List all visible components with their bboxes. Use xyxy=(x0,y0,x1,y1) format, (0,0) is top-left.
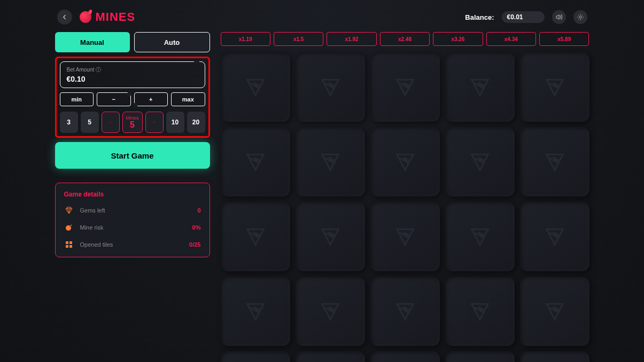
mine-tile[interactable] xyxy=(296,277,365,346)
mine-tile[interactable] xyxy=(445,277,515,346)
svg-point-1 xyxy=(66,225,71,231)
opened-tiles-label: Opened tiles xyxy=(80,241,183,248)
opened-tiles-value: 0/25 xyxy=(189,241,200,248)
bet-amount-input[interactable]: Bet Amount ⓘ €0.10 xyxy=(60,61,205,88)
multiplier-chip-1[interactable]: x1.5 xyxy=(274,32,323,46)
bet-max-button[interactable]: max xyxy=(171,92,205,106)
mines-preset-5[interactable]: 5 xyxy=(81,112,99,133)
mine-tile[interactable] xyxy=(370,127,440,196)
mine-tile[interactable] xyxy=(445,52,515,122)
mine-tile[interactable] xyxy=(221,127,290,196)
speaker-icon xyxy=(555,13,563,21)
mine-tile[interactable] xyxy=(370,277,440,346)
multiplier-chip-0[interactable]: x1.19 xyxy=(221,32,270,46)
svg-rect-3 xyxy=(69,241,72,244)
mine-risk-label: Mine risk xyxy=(80,224,186,231)
mine-tile[interactable] xyxy=(370,52,440,122)
mine-tile[interactable] xyxy=(296,202,365,271)
mine-tile[interactable] xyxy=(296,52,365,122)
gear-icon xyxy=(577,13,584,21)
balance-value[interactable]: €0.01 xyxy=(502,11,545,23)
mine-tile[interactable] xyxy=(370,351,440,362)
multiplier-chip-3[interactable]: x2.48 xyxy=(380,32,430,46)
gems-left-value: 0 xyxy=(197,207,200,214)
mine-tile[interactable] xyxy=(370,202,440,271)
mine-tile[interactable] xyxy=(520,127,589,196)
mines-preset-20[interactable]: 20 xyxy=(187,112,205,133)
chevron-left-icon xyxy=(62,14,67,20)
mine-tile[interactable] xyxy=(520,277,589,346)
mine-tile[interactable] xyxy=(221,202,290,271)
bet-min-button[interactable]: min xyxy=(60,92,94,106)
multiplier-chip-6[interactable]: x5.89 xyxy=(539,32,589,46)
bet-config-highlight: Bet Amount ⓘ €0.10 min − + max 3 5 − Min… xyxy=(55,57,210,138)
sound-button[interactable] xyxy=(552,10,566,24)
mine-tile[interactable] xyxy=(296,351,365,362)
bet-decrease-button[interactable]: − xyxy=(97,92,131,106)
svg-rect-4 xyxy=(66,245,68,248)
mine-tile[interactable] xyxy=(296,127,365,196)
page-title: MINES xyxy=(80,10,136,24)
mine-tile[interactable] xyxy=(221,277,290,346)
tab-manual[interactable]: Manual xyxy=(55,32,130,52)
mine-tile[interactable] xyxy=(445,202,515,271)
start-game-button[interactable]: Start Game xyxy=(55,142,210,169)
mine-tile[interactable] xyxy=(221,351,290,362)
multiplier-chip-5[interactable]: x4.34 xyxy=(486,32,536,46)
mines-value: 5 xyxy=(130,121,135,129)
game-details-card: Game details Gems left 0 Mine risk 0% xyxy=(55,183,210,257)
bomb-small-icon xyxy=(64,223,74,232)
mines-decrease-button[interactable]: − xyxy=(102,112,120,133)
mines-increase-button[interactable]: + xyxy=(145,112,164,133)
bet-amount-label: Bet Amount ⓘ xyxy=(67,66,198,74)
game-details-title: Game details xyxy=(64,191,201,198)
gems-left-label: Gems left xyxy=(80,207,191,214)
tab-auto[interactable]: Auto xyxy=(134,32,210,52)
back-button[interactable] xyxy=(57,10,72,25)
mines-count-display: Mines 5 xyxy=(122,112,143,133)
mine-tile[interactable] xyxy=(221,52,290,122)
multiplier-chip-2[interactable]: x1.92 xyxy=(327,32,376,46)
mines-preset-10[interactable]: 10 xyxy=(166,112,184,133)
mine-tile[interactable] xyxy=(520,202,589,271)
bomb-icon xyxy=(80,11,91,23)
mine-risk-value: 0% xyxy=(192,224,201,231)
mine-tile[interactable] xyxy=(445,351,515,362)
gem-icon xyxy=(64,206,74,215)
title-text: MINES xyxy=(96,10,136,24)
svg-rect-2 xyxy=(66,241,68,244)
mine-tile[interactable] xyxy=(520,52,589,122)
svg-point-0 xyxy=(579,16,581,18)
svg-rect-5 xyxy=(69,245,72,248)
bet-increase-button[interactable]: + xyxy=(134,92,168,106)
grid-icon xyxy=(64,240,74,249)
mine-tile[interactable] xyxy=(445,127,515,196)
settings-button[interactable] xyxy=(573,10,587,24)
bet-amount-value: €0.10 xyxy=(67,75,198,83)
mine-tile[interactable] xyxy=(520,351,589,362)
balance-label: Balance: xyxy=(465,13,494,21)
mines-preset-3[interactable]: 3 xyxy=(60,112,78,133)
multiplier-chip-4[interactable]: x3.26 xyxy=(433,32,483,46)
